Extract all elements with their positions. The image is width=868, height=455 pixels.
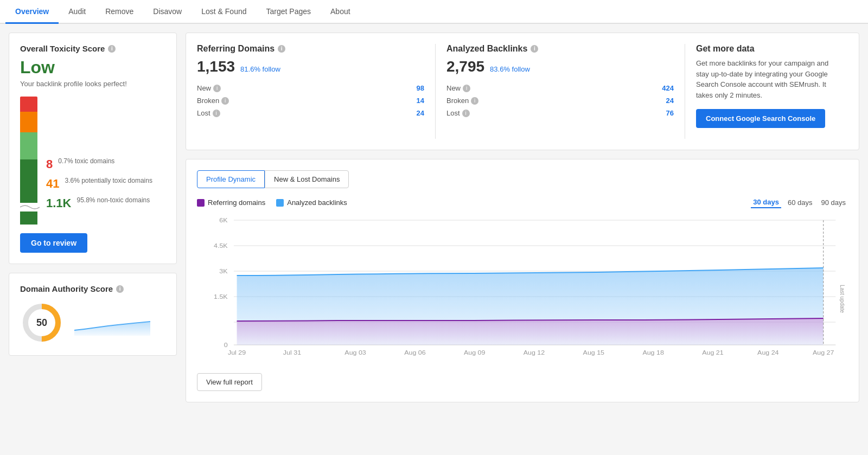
score-item-green: 1.1K 95.8% non-toxic domains (46, 196, 152, 210)
svg-text:Aug 06: Aug 06 (404, 349, 426, 356)
legend-referring-domains: Referring domains (197, 198, 265, 207)
top-navigation: Overview Audit Remove Disavow Lost & Fou… (0, 0, 868, 24)
svg-text:Jul 29: Jul 29 (228, 349, 246, 356)
backlinks-lost-label: Lost i (446, 109, 470, 117)
backlinks-lost-row: Lost i 76 (446, 107, 674, 119)
svg-text:0: 0 (224, 342, 228, 348)
score-orange-desc: 3.6% potentially toxic domains (65, 177, 152, 184)
backlinks-broken-row: Broken i 24 (446, 94, 674, 107)
svg-text:1.5K: 1.5K (214, 293, 228, 300)
tab-lost-found[interactable]: Lost & Found (192, 0, 256, 24)
svg-text:Aug 15: Aug 15 (583, 349, 605, 356)
score-item-orange: 41 3.6% potentially toxic domains (46, 177, 152, 191)
analyzed-backlinks-info-icon[interactable]: i (531, 45, 538, 53)
bar-green-bottom (20, 212, 37, 225)
svg-text:Aug 18: Aug 18 (642, 349, 664, 356)
view-full-report-button[interactable]: View full report (197, 373, 262, 391)
score-orange-value: 41 (46, 177, 59, 191)
domain-auth-title-text: Domain Authority Score (20, 284, 113, 293)
stats-card: Referring Domains i 1,153 81.6% follow N… (186, 33, 859, 150)
legend-referring-checkbox (197, 199, 205, 207)
referring-new-row: New i 98 (197, 82, 424, 94)
backlinks-new-label-text: New (446, 84, 461, 92)
domain-authority-card: Domain Authority Score i 50 (9, 273, 177, 356)
time-30-days-button[interactable]: 30 days (751, 197, 781, 208)
get-more-title-text: Get more data (696, 44, 755, 54)
backlinks-broken-label: Broken i (446, 97, 478, 105)
backlinks-lost-value: 76 (666, 109, 674, 117)
tab-target-pages[interactable]: Target Pages (257, 0, 321, 24)
svg-text:3K: 3K (219, 268, 227, 274)
referring-broken-row: Broken i 14 (197, 94, 424, 107)
analyzed-backlinks-rows: New i 424 Broken i 24 (446, 82, 674, 119)
backlinks-lost-label-text: Lost (446, 109, 460, 117)
chart-tab-new-lost-domains[interactable]: New & Lost Domains (265, 170, 349, 188)
referring-domains-info-icon[interactable]: i (278, 45, 285, 53)
right-panel: Referring Domains i 1,153 81.6% follow N… (186, 33, 859, 402)
referring-lost-value: 24 (417, 109, 424, 117)
referring-broken-info-icon[interactable]: i (221, 97, 229, 105)
svg-text:Aug 21: Aug 21 (702, 349, 723, 356)
tab-remove[interactable]: Remove (95, 0, 143, 24)
sparkline-svg (74, 309, 150, 336)
bar-red (20, 97, 37, 112)
legend-backlinks-label: Analyzed backlinks (287, 198, 347, 207)
referring-lost-info-icon[interactable]: i (213, 110, 220, 117)
referring-broken-label: Broken i (197, 97, 229, 105)
toxicity-info-icon[interactable]: i (108, 45, 116, 53)
score-red-desc: 0.7% toxic domains (58, 157, 114, 165)
donut-score: 50 (36, 317, 47, 329)
stats-row: Referring Domains i 1,153 81.6% follow N… (197, 44, 848, 139)
time-90-days-button[interactable]: 90 days (819, 197, 848, 208)
svg-text:Aug 27: Aug 27 (813, 349, 834, 356)
referring-new-info-icon[interactable]: i (213, 85, 221, 92)
tab-overview[interactable]: Overview (5, 0, 59, 24)
svg-text:Aug 24: Aug 24 (757, 349, 779, 356)
connect-google-search-console-button[interactable]: Connect Google Search Console (696, 109, 825, 128)
bar-green (20, 159, 37, 203)
domain-auth-info-icon[interactable]: i (116, 285, 124, 293)
backlinks-lost-info-icon[interactable]: i (462, 110, 470, 117)
referring-new-label-text: New (197, 84, 211, 92)
referring-domains-title-text: Referring Domains (197, 44, 275, 54)
referring-domains-section: Referring Domains i 1,153 81.6% follow N… (197, 44, 436, 139)
backlinks-broken-value: 24 (666, 97, 674, 105)
main-content: Overall Toxicity Score i Low Your backli… (0, 24, 868, 411)
toxicity-subtitle: Your backlink profile looks perfect! (20, 80, 165, 88)
tab-about[interactable]: About (321, 0, 360, 24)
toxicity-bars: 8 0.7% toxic domains 41 3.6% potentially… (20, 97, 165, 225)
legend-analyzed-backlinks: Analyzed backlinks (276, 198, 347, 207)
backlinks-new-info-icon[interactable]: i (463, 85, 470, 92)
score-item-red: 8 0.7% toxic domains (46, 157, 152, 171)
svg-text:4.5K: 4.5K (214, 242, 228, 249)
chart-legend: Referring domains Analyzed backlinks (197, 198, 347, 207)
svg-text:Jul 31: Jul 31 (283, 349, 301, 356)
get-more-desc: Get more backlinks for your campaign and… (696, 58, 837, 100)
svg-text:Aug 03: Aug 03 (344, 349, 366, 356)
legend-referring-label: Referring domains (208, 198, 265, 207)
tab-disavow[interactable]: Disavow (143, 0, 192, 24)
left-panel: Overall Toxicity Score i Low Your backli… (9, 33, 177, 356)
backlinks-new-value: 424 (662, 84, 674, 92)
referring-broken-value: 14 (417, 97, 424, 105)
backlinks-broken-info-icon[interactable]: i (471, 97, 478, 105)
backlinks-new-label: New i (446, 84, 470, 92)
referring-new-value: 98 (417, 84, 424, 92)
chart-tab-profile-dynamic[interactable]: Profile Dynamic (197, 170, 265, 188)
go-to-review-button[interactable]: Go to review (20, 233, 87, 253)
tab-audit[interactable]: Audit (59, 0, 95, 24)
referring-area (237, 318, 824, 345)
referring-domains-title: Referring Domains i (197, 44, 424, 54)
sparkline (74, 309, 165, 337)
svg-text:6K: 6K (219, 217, 227, 223)
referring-domains-number: 1,153 (197, 58, 235, 75)
get-more-section: Get more data Get more backlinks for you… (696, 44, 848, 139)
backlinks-broken-label-text: Broken (446, 97, 469, 105)
svg-text:Aug 09: Aug 09 (464, 349, 485, 356)
analyzed-backlinks-section: Analyzed Backlinks i 2,795 83.6% follow … (446, 44, 685, 139)
score-items: 8 0.7% toxic domains 41 3.6% potentially… (46, 157, 152, 216)
toxicity-card: Overall Toxicity Score i Low Your backli… (9, 33, 177, 264)
wave-svg (20, 203, 40, 212)
analyzed-backlinks-main: 2,795 83.6% follow (446, 58, 674, 75)
time-60-days-button[interactable]: 60 days (786, 197, 815, 208)
